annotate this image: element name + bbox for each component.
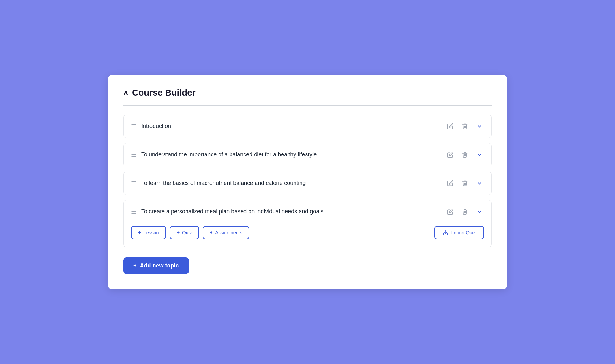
import-quiz-button[interactable]: Import Quiz [434,226,484,239]
course-builder-container: ∧ Course Builder ☰ Introduction [108,75,507,289]
topic-item: ☰ To learn the basics of macronutrient b… [123,172,492,195]
add-topic-label: Add new topic [140,262,179,269]
collapse-button[interactable] [475,207,484,216]
trash-icon [462,180,468,186]
plus-icon: + [210,230,212,235]
trash-icon [462,123,468,129]
collapse-icon[interactable]: ∧ [123,89,128,97]
drag-handle-icon[interactable]: ☰ [131,208,136,215]
topic-item: ☰ To understand the importance of a bala… [123,143,492,166]
topic-title: To understand the importance of a balanc… [141,151,441,158]
topic-header: ☰ To create a personalized meal plan bas… [124,200,491,223]
import-quiz-label: Import Quiz [451,230,476,235]
plus-icon: + [177,230,180,235]
edit-icon [447,152,453,158]
drag-handle-icon[interactable]: ☰ [131,180,136,187]
topic-actions [446,179,484,188]
edit-button[interactable] [446,207,455,216]
delete-button[interactable] [460,207,469,216]
chevron-down-icon [476,180,483,186]
edit-button[interactable] [446,150,455,159]
expand-button[interactable] [475,122,484,131]
add-buttons-group: + Lesson + Quiz + Assignments [131,226,249,239]
topic-title: To create a personalized meal plan based… [141,208,441,215]
chevron-down-icon [476,152,483,158]
page-title: Course Builder [132,88,196,98]
topic-list: ☰ Introduction [123,115,492,247]
trash-icon [462,152,468,158]
topic-header: ☰ Introduction [124,115,491,138]
topic-title: Introduction [141,123,441,129]
add-quiz-button[interactable]: + Quiz [170,226,199,239]
topic-item-expanded: ☰ To create a personalized meal plan bas… [123,200,492,247]
trash-icon [462,209,468,215]
edit-icon [447,123,453,129]
lesson-label: Lesson [143,230,159,235]
topic-item: ☰ Introduction [123,115,492,138]
chevron-down-icon [476,209,483,215]
expand-button[interactable] [475,179,484,188]
plus-icon: + [138,230,141,235]
download-icon [443,230,448,235]
drag-handle-icon[interactable]: ☰ [131,151,136,158]
topic-actions [446,207,484,216]
edit-icon [447,209,453,215]
header-divider [123,105,492,106]
topic-header: ☰ To understand the importance of a bala… [124,143,491,166]
add-lesson-button[interactable]: + Lesson [131,226,166,239]
chevron-down-icon [476,123,483,129]
drag-handle-icon[interactable]: ☰ [131,123,136,130]
plus-icon: + [133,262,137,269]
page-header: ∧ Course Builder [123,88,492,98]
expand-button[interactable] [475,150,484,159]
edit-icon [447,180,453,186]
topic-header: ☰ To learn the basics of macronutrient b… [124,172,491,195]
assignments-label: Assignments [215,230,242,235]
topic-expanded-content: + Lesson + Quiz + Assignments [124,223,491,247]
topic-actions [446,122,484,131]
delete-button[interactable] [460,150,469,159]
topic-title: To learn the basics of macronutrient bal… [141,180,441,186]
add-new-topic-button[interactable]: + Add new topic [123,257,189,274]
quiz-label: Quiz [182,230,192,235]
edit-button[interactable] [446,122,455,131]
delete-button[interactable] [460,122,469,131]
topic-actions [446,150,484,159]
delete-button[interactable] [460,179,469,188]
add-assignments-button[interactable]: + Assignments [203,226,249,239]
edit-button[interactable] [446,179,455,188]
